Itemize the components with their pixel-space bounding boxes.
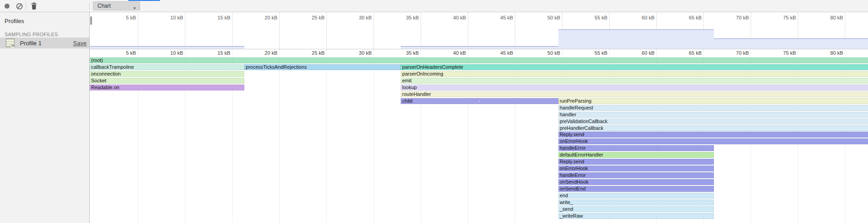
flame-frame[interactable]: onErrorHook (558, 166, 714, 171)
flame-frame[interactable]: handleRequest (558, 105, 868, 111)
overview-gridline (326, 12, 327, 49)
flame-ruler-label: 65 kB (676, 50, 702, 56)
chart-view-select[interactable]: Chart ▼ (93, 1, 140, 10)
flame-ruler-label: 45 kB (488, 50, 513, 56)
record-icon (5, 4, 10, 9)
overview-ruler-label: 20 kB (252, 15, 277, 21)
sampling-profiles-heading: SAMPLING PROFILES (5, 32, 58, 37)
flame-rows: (root)callbackTrampolineprocessTicksAndR… (90, 57, 868, 223)
flame-ruler-label: 60 kB (629, 50, 655, 56)
flame-ruler-label: 70 kB (723, 50, 749, 56)
flame-frame[interactable]: Readable.on (90, 85, 244, 90)
flame-frame[interactable]: Reply.send (558, 159, 714, 165)
overview-gridline (232, 12, 233, 49)
flame-frame[interactable]: handler (558, 112, 868, 118)
flame-frame[interactable]: preHandlerCallback (558, 125, 868, 131)
overview-ruler-label: 50 kB (535, 15, 560, 21)
chart-view-select-value: Chart (97, 3, 111, 9)
overview-gridline (421, 12, 421, 49)
flame-frame[interactable]: emit (401, 78, 868, 84)
overview-ruler-label: 70 kB (723, 15, 749, 21)
flame-frame[interactable]: handleError (558, 172, 714, 178)
overview-ruler-label: 10 kB (158, 15, 183, 21)
flame-frame[interactable]: onErrorHook (558, 138, 868, 144)
flame-ruler-label: 20 kB (252, 50, 277, 56)
active-tab-indicator (128, 0, 160, 1)
overview-gridline (185, 12, 185, 49)
record-button[interactable] (2, 0, 13, 12)
profile-name: Profile 1 (20, 40, 42, 47)
flame-frame[interactable]: _send (558, 206, 714, 212)
vertical-scrollbar-thumb[interactable] (90, 16, 92, 25)
chevron-down-icon: ▼ (133, 5, 136, 13)
flame-ruler-label: 40 kB (441, 50, 466, 56)
flame-frame[interactable]: routeHandler (401, 91, 868, 97)
flame-frame[interactable]: (root) (90, 57, 868, 63)
toolbar-separator (89, 2, 90, 10)
flame-frame[interactable]: child (401, 98, 558, 104)
flame-frame[interactable]: defaultErrorHandler (558, 152, 714, 158)
sidebar: Profiles SAMPLING PROFILES % Profile 1 S… (0, 12, 90, 223)
overview-ruler-label: 5 kB (111, 15, 136, 21)
overview-ruler-label: 75 kB (771, 15, 796, 21)
flame-frame[interactable]: handleError (558, 145, 714, 151)
flame-ruler-label: 5 kB (111, 50, 136, 56)
flame-chart-pane: 5 kB10 kB15 kB20 kB25 kB30 kB35 kB40 kB4… (90, 12, 868, 223)
flame-frame[interactable]: onSendEnd (558, 186, 714, 192)
flame-frame[interactable]: end (558, 193, 714, 199)
flame-frame[interactable]: preValidationCallback (558, 119, 868, 124)
flame-frame[interactable]: onSendHook (558, 179, 714, 185)
flame-ruler-label: 15 kB (205, 50, 230, 56)
flame-frame[interactable]: _writeRaw (558, 213, 714, 219)
flame-ruler-label: 25 kB (299, 50, 325, 56)
flame-frame[interactable]: Socket (90, 78, 244, 84)
overview-divider (90, 49, 868, 49)
overview-gridline (279, 12, 280, 49)
flame-ruler-label: 80 kB (818, 50, 843, 56)
flame-frame[interactable]: Reply.send (558, 132, 868, 138)
overview-ruler-label: 25 kB (299, 15, 325, 21)
flame-frame[interactable]: parserOnIncoming (401, 71, 868, 77)
memory-profiler-panel: Chart ▼ Profiles SAMPLING PROFILES % Pro… (0, 0, 868, 223)
overview-ruler-label: 65 kB (676, 15, 702, 21)
overview-memory-area (558, 29, 714, 49)
overview-ruler-label: 80 kB (818, 15, 843, 21)
overview-ruler-label: 15 kB (205, 15, 230, 21)
overview-ruler-label: 45 kB (488, 15, 513, 21)
flame-ruler-label: 30 kB (346, 50, 372, 56)
sidebar-title: Profiles (5, 18, 24, 24)
overview-gridline (515, 12, 515, 49)
overview-ruler-label: 60 kB (629, 15, 655, 21)
flame-frame[interactable]: processTicksAndRejections (244, 64, 401, 70)
flame-frame[interactable]: lookup (401, 85, 868, 90)
flame-ruler-label: 75 kB (771, 50, 796, 56)
overview-gridline (373, 12, 374, 49)
overview-ruler-label: 35 kB (393, 15, 419, 21)
flame-frame[interactable]: callbackTrampoline (90, 64, 244, 70)
overview-ruler-label: 55 kB (582, 15, 607, 21)
clear-profiles-button[interactable] (14, 0, 25, 12)
overview-gridline (138, 12, 138, 49)
clear-icon (16, 3, 23, 9)
overview-gridline (468, 12, 468, 49)
toolbar: Chart ▼ (0, 0, 868, 12)
flame-frame[interactable]: parserOnHeadersComplete (401, 64, 868, 70)
overview-ruler-label: 40 kB (441, 15, 466, 21)
sidebar-item-profile-1[interactable]: % Profile 1 Save (0, 38, 89, 48)
toolbar-separator (26, 2, 26, 10)
flame-frame[interactable]: onconnection (90, 71, 244, 77)
flame-ruler-label: 55 kB (582, 50, 607, 56)
flame-ruler-label: 35 kB (393, 50, 419, 56)
flame-ruler-label: 50 kB (535, 50, 560, 56)
flame-frame[interactable]: runPreParsing (558, 98, 868, 104)
save-profile-link[interactable]: Save (73, 40, 87, 47)
trash-icon (31, 2, 37, 9)
overview-pane[interactable]: 5 kB10 kB15 kB20 kB25 kB30 kB35 kB40 kB4… (90, 12, 868, 49)
delete-profile-button[interactable] (29, 0, 39, 12)
overview-memory-area (714, 38, 868, 49)
flame-ruler-label: 10 kB (158, 50, 183, 56)
flame-frame[interactable]: write_ (558, 199, 714, 205)
overview-ruler-label: 30 kB (346, 15, 372, 21)
sampling-profile-icon: % (6, 38, 15, 47)
